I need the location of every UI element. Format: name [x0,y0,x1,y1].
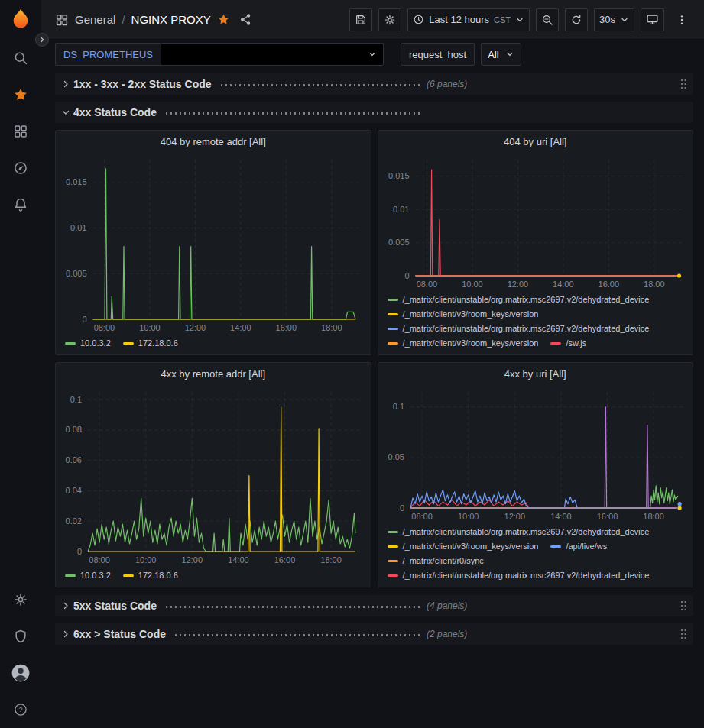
sidebar-item-explore[interactable] [0,150,41,186]
series-color-swatch [388,299,398,301]
refresh-button[interactable] [565,8,588,31]
sidebar-item-search[interactable] [0,40,41,76]
svg-text:10:00: 10:00 [139,323,161,332]
panel-header[interactable]: 4xx by uri [All] [378,363,693,384]
svg-text:18:00: 18:00 [643,512,664,521]
row-title: 4xx Status Code [73,106,157,118]
svg-text:0.015: 0.015 [66,177,87,186]
legend-label: /_matrix/client/unstable/org.matrix.msc2… [403,568,650,583]
legend-label: /sw.js [566,336,586,351]
legend-label: /_matrix/client/unstable/org.matrix.msc2… [403,322,650,336]
svg-text:16:00: 16:00 [598,280,619,289]
sidebar-item-profile[interactable] [0,655,41,691]
legend-item[interactable]: /_matrix/client/unstable/org.matrix.msc2… [388,525,650,539]
zoom-out-button[interactable] [536,8,559,31]
favorite-star-icon[interactable] [217,13,230,26]
series-color-swatch [550,545,561,548]
sidebar-item-dashboards[interactable] [0,113,41,150]
legend-label: /api/live/ws [566,539,607,554]
time-series-chart: 00.020.040.060.080.108:0010:0012:0014:00… [56,384,371,567]
row-header-6xx[interactable]: 6xx > Status Code (2 panels) [55,623,693,645]
timezone-label: CST [494,15,511,24]
legend-item[interactable]: /_matrix/client/unstable/org.matrix.msc2… [388,293,650,307]
series-color-swatch [388,342,398,345]
legend-label: /_matrix/client/v3/room_keys/version [403,539,539,554]
svg-text:0.005: 0.005 [388,238,409,247]
chevron-right-icon [58,79,73,89]
drag-handle-icon[interactable] [678,600,689,612]
breadcrumb-folder[interactable]: General [75,13,115,26]
drag-handle-icon[interactable] [678,628,689,640]
row-panel-count: (6 panels) [427,79,467,89]
share-icon[interactable] [239,13,252,26]
panel-4xx-by-uri: 4xx by uri [All] 00.050.108:0010:0012:00… [378,362,694,587]
refresh-interval-dropdown[interactable]: 30s [594,8,634,31]
legend-item[interactable]: /_matrix/client/r0/sync [388,554,484,568]
legend-item[interactable]: /_matrix/client/v3/room_keys/version [388,539,539,554]
legend-item[interactable]: /api/live/ws [550,539,607,554]
request-host-variable-value: All [488,49,498,60]
panel-title: 404 by uri [All] [504,136,566,147]
request-host-variable-select[interactable]: All [481,43,521,66]
legend-item[interactable]: /sw.js [550,336,586,351]
sidebar-item-starred[interactable] [0,76,41,113]
legend-item[interactable]: /_matrix/client/unstable/org.matrix.msc2… [388,322,650,336]
search-icon [13,50,28,66]
svg-text:10:00: 10:00 [457,512,479,521]
row-header-5xx[interactable]: 5xx Status Code (4 panels) [55,595,693,616]
series-color-swatch [550,342,561,345]
top-navbar: General / NGINX PROXY [41,0,704,40]
datasource-variable-select[interactable] [161,43,384,66]
grafana-logo[interactable] [0,0,41,40]
sidebar-item-alerting[interactable] [0,186,41,223]
dashboards-grid-icon[interactable] [55,13,69,27]
legend-label: /_matrix/client/unstable/org.matrix.msc2… [403,293,650,307]
svg-text:08:00: 08:00 [89,555,110,565]
request-host-variable-label: request_host [401,43,475,66]
panel-title: 4xx by remote addr [All] [161,368,265,380]
series-color-swatch [388,531,398,533]
kebab-menu-button[interactable] [670,8,693,31]
row-header-4xx[interactable]: 4xx Status Code [55,102,693,123]
svg-text:16:00: 16:00 [274,555,296,565]
svg-text:18:00: 18:00 [320,555,342,565]
expand-menu-button[interactable] [35,33,49,47]
panel-header[interactable]: 404 by uri [All] [378,131,693,152]
avatar [11,663,31,683]
sidebar-item-help[interactable]: ? [0,691,41,728]
legend-label: 10.0.3.2 [80,568,111,583]
sidebar-item-server-admin[interactable] [0,618,41,655]
chevron-down-icon [58,108,73,117]
legend-item[interactable]: 172.18.0.6 [123,568,178,583]
legend-label: 10.0.3.2 [80,336,111,351]
panel-header[interactable]: 4xx by remote addr [All] [56,363,371,384]
chevron-right-icon [58,629,73,639]
svg-text:0: 0 [399,503,404,513]
row-panel-count: (2 panels) [427,629,467,639]
legend-item[interactable]: 10.0.3.2 [65,568,111,583]
row-dotted-leader [164,606,420,608]
legend-item[interactable]: 10.0.3.2 [65,336,111,351]
svg-text:14:00: 14:00 [228,555,249,565]
tv-mode-button[interactable] [641,8,664,31]
compass-icon [13,160,28,176]
legend-item[interactable]: /_matrix/client/v3/room_keys/version [388,336,539,351]
dashboard-settings-button[interactable] [378,8,401,31]
series-color-swatch [65,574,76,577]
legend-item[interactable]: /_matrix/client/unstable/org.matrix.msc2… [388,568,650,583]
drag-handle-icon[interactable] [678,78,689,90]
panel-legend: /_matrix/client/unstable/org.matrix.msc2… [378,291,693,354]
time-range-picker[interactable]: Last 12 hours CST [407,8,530,31]
series-color-swatch [123,574,134,577]
legend-item[interactable]: 172.18.0.6 [123,336,178,351]
series-color-swatch [123,342,134,345]
legend-item[interactable]: /_matrix/client/v3/room_keys/version [388,307,539,322]
panel-header[interactable]: 404 by remote addr [All] [56,131,371,152]
svg-text:12:00: 12:00 [504,512,525,521]
svg-text:08:00: 08:00 [411,512,433,521]
sidebar-item-configuration[interactable] [0,581,41,618]
time-series-chart: 00.0050.010.01508:0010:0012:0014:0016:00… [378,152,693,291]
row-header-1xx-3xx-2xx[interactable]: 1xx - 3xx - 2xx Status Code (6 panels) [55,73,693,95]
save-dashboard-button[interactable] [349,8,372,31]
svg-text:10:00: 10:00 [462,280,483,289]
